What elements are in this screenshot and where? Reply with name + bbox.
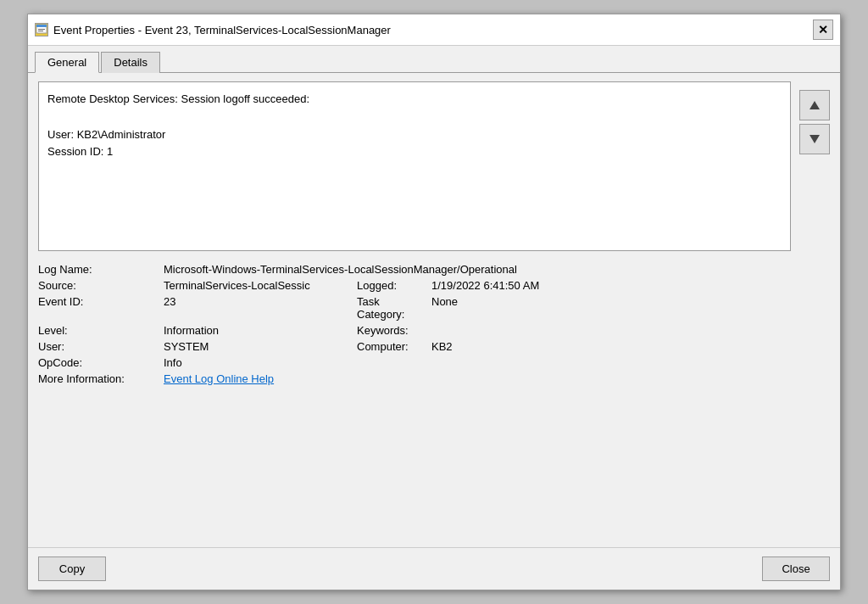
- message-line4: Session ID: 1: [47, 143, 782, 161]
- more-info-row: More Information: Event Log Online Help: [38, 372, 791, 385]
- event-id-value: 23: [164, 295, 350, 321]
- logged-label: Logged:: [357, 279, 425, 292]
- previous-event-button[interactable]: [799, 90, 830, 120]
- dialog-content: Remote Desktop Services: Session logoff …: [28, 72, 840, 547]
- opcode-row: OpCode: Info: [38, 356, 791, 369]
- computer-label: Computer:: [357, 340, 425, 353]
- svg-rect-2: [38, 29, 45, 30]
- navigation-controls: [799, 81, 830, 539]
- dialog-title: Event Properties - Event 23, TerminalSer…: [53, 24, 391, 36]
- dialog-footer: Copy Close: [28, 547, 840, 590]
- user-label: User:: [38, 340, 157, 353]
- log-name-label: Log Name:: [38, 263, 157, 276]
- svg-marker-4: [810, 101, 820, 109]
- event-id-label: Event ID:: [38, 295, 157, 321]
- details-section: Log Name: Microsoft-Windows-TerminalServ…: [38, 260, 791, 392]
- message-line2: [47, 109, 782, 126]
- message-line1: Remote Desktop Services: Session logoff …: [47, 91, 782, 109]
- event-properties-dialog: Event Properties - Event 23, TerminalSer…: [27, 14, 841, 590]
- logged-value: 1/19/2022 6:41:50 AM: [431, 279, 539, 292]
- eventid-taskcategory-row: Event ID: 23 Task Category: None: [38, 295, 791, 321]
- title-bar: Event Properties - Event 23, TerminalSer…: [28, 14, 840, 46]
- close-button[interactable]: Close: [762, 556, 830, 581]
- event-message-box: Remote Desktop Services: Session logoff …: [38, 81, 791, 251]
- keywords-label: Keywords:: [357, 324, 425, 337]
- svg-rect-3: [38, 31, 43, 31]
- event-log-online-help-link[interactable]: Event Log Online Help: [164, 372, 274, 385]
- next-event-button[interactable]: [799, 124, 830, 154]
- message-line3: User: KB2\Administrator: [47, 126, 782, 144]
- user-computer-row: User: SYSTEM Computer: KB2: [38, 340, 791, 353]
- source-logged-row: Source: TerminalServices-LocalSessic Log…: [38, 279, 791, 292]
- user-value: SYSTEM: [164, 340, 350, 353]
- level-keywords-row: Level: Information Keywords:: [38, 324, 791, 337]
- level-label: Level:: [38, 324, 157, 337]
- main-content-area: Remote Desktop Services: Session logoff …: [38, 81, 791, 539]
- tabs-container: General Details: [28, 46, 840, 72]
- close-x-button[interactable]: ✕: [813, 20, 833, 40]
- dialog-icon: [35, 23, 48, 36]
- log-name-value: Microsoft-Windows-TerminalServices-Local…: [164, 263, 517, 276]
- title-bar-left: Event Properties - Event 23, TerminalSer…: [35, 23, 391, 36]
- svg-marker-5: [810, 135, 820, 143]
- level-value: Information: [164, 324, 350, 337]
- opcode-label: OpCode:: [38, 356, 157, 369]
- task-category-label: Task Category:: [357, 295, 425, 321]
- source-label: Source:: [38, 279, 157, 292]
- copy-button[interactable]: Copy: [38, 556, 106, 581]
- more-info-label: More Information:: [38, 372, 157, 385]
- tab-general[interactable]: General: [35, 52, 99, 73]
- tab-details[interactable]: Details: [101, 52, 160, 73]
- opcode-value: Info: [164, 356, 182, 369]
- svg-rect-1: [36, 25, 47, 27]
- source-value: TerminalServices-LocalSessic: [164, 279, 350, 292]
- log-name-row: Log Name: Microsoft-Windows-TerminalServ…: [38, 263, 791, 276]
- task-category-value: None: [431, 295, 458, 321]
- computer-value: KB2: [431, 340, 453, 353]
